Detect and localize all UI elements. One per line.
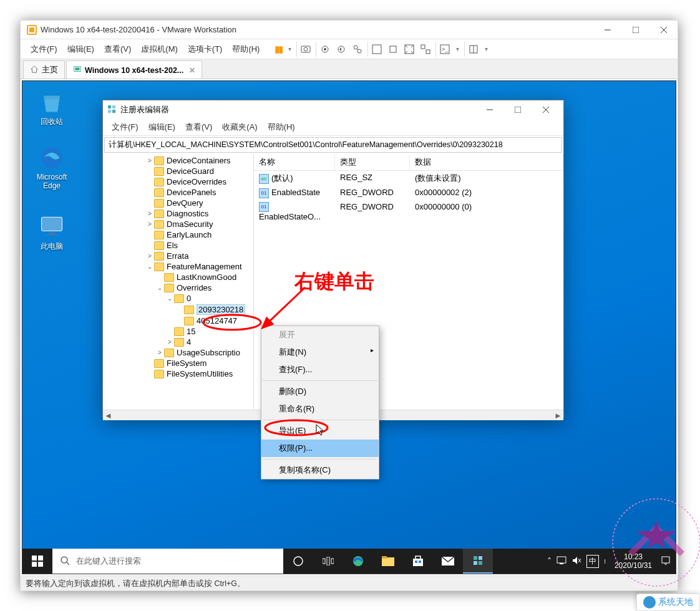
snapshot-revert-icon[interactable] [336, 44, 346, 54]
tab-close-icon[interactable]: ✕ [189, 66, 195, 75]
folder-icon [174, 338, 184, 347]
scroll-right-icon[interactable]: ► [553, 410, 563, 420]
list-row[interactable]: 01EnabledStateO... REG_DWORD 0x00000000 … [254, 200, 563, 224]
task-mail[interactable] [433, 549, 463, 574]
col-name[interactable]: 名称 [254, 154, 335, 170]
svg-rect-29 [112, 105, 115, 108]
svg-rect-27 [46, 234, 57, 235]
svg-rect-17 [421, 45, 425, 49]
desktop-icon-thispc[interactable]: 此电脑 [29, 212, 75, 252]
unity-icon[interactable] [420, 44, 430, 54]
folder-icon [154, 241, 164, 250]
re-menu-view[interactable]: 查看(V) [180, 120, 217, 134]
fit-stretch-icon[interactable] [372, 44, 382, 54]
tray-volume-icon[interactable] [571, 556, 581, 567]
regedit-maximize[interactable] [503, 100, 532, 119]
menu-vm[interactable]: 虚拟机(M) [136, 41, 183, 57]
task-store[interactable] [403, 549, 433, 574]
svg-rect-58 [474, 561, 477, 565]
menu-view[interactable]: 查看(V) [99, 41, 136, 57]
svg-rect-53 [415, 560, 417, 563]
folder-icon [154, 167, 164, 176]
svg-rect-41 [32, 562, 37, 567]
folder-icon [154, 262, 164, 271]
vmware-icon [27, 25, 37, 35]
regedit-titlebar[interactable]: 注册表编辑器 [103, 100, 563, 119]
regedit-close[interactable] [532, 100, 560, 119]
col-data[interactable]: 数据 [410, 154, 563, 170]
re-menu-edit[interactable]: 编辑(E) [143, 120, 180, 134]
svg-rect-52 [413, 559, 423, 566]
vm-viewport[interactable]: 回收站 Microsoft Edge 此电脑 注册表编辑器 文件(F) 编辑(E… [22, 80, 676, 574]
snapshot-icon[interactable] [301, 44, 311, 54]
svg-rect-59 [479, 561, 482, 565]
svg-rect-51 [382, 556, 387, 559]
svg-rect-48 [331, 559, 334, 564]
taskbar: 在此键入进行搜索 ˄ 中 ⁞ 10:23 2020/10/31 [22, 549, 676, 574]
task-cortana[interactable] [283, 549, 313, 574]
svg-line-44 [67, 562, 69, 565]
cm-find[interactable]: 查找(F)... [261, 361, 379, 378]
search-placeholder: 在此键入进行搜索 [76, 556, 141, 567]
context-menu: 展开 新建(N) 查找(F)... 删除(D) 重命名(R) 导出(E) 权限(… [261, 325, 379, 479]
cm-permissions[interactable]: 权限(P)... [261, 440, 379, 457]
task-taskview[interactable] [313, 549, 343, 574]
folder-icon [154, 199, 164, 208]
menu-tabs[interactable]: 选项卡(T) [183, 41, 228, 57]
cm-rename[interactable]: 重命名(R) [261, 400, 379, 418]
window-icon[interactable] [469, 44, 479, 54]
regedit-minimize[interactable] [475, 100, 503, 119]
task-edge[interactable] [343, 549, 373, 574]
snapshot-manager-icon[interactable] [352, 44, 362, 54]
menu-file[interactable]: 文件(F) [26, 41, 62, 57]
menu-edit[interactable]: 编辑(E) [62, 41, 99, 57]
menu-help[interactable]: 帮助(H) [227, 41, 265, 57]
svg-rect-30 [108, 110, 111, 113]
folder-icon [174, 294, 184, 303]
cm-new[interactable]: 新建(N) [261, 344, 379, 361]
vmware-close-button[interactable] [649, 21, 678, 39]
fullscreen-icon[interactable] [404, 44, 414, 54]
list-row[interactable]: 01EnabledState REG_DWORD 0x00000002 (2) [254, 186, 563, 200]
pause-icon[interactable]: ▮▮ [275, 44, 282, 55]
desktop-icon-edge[interactable]: Microsoft Edge [29, 143, 75, 190]
scroll-left-icon[interactable]: ◄ [103, 410, 114, 420]
vmware-minimize-button[interactable] [593, 21, 621, 39]
col-type[interactable]: 类型 [335, 154, 410, 170]
start-button[interactable] [22, 549, 52, 574]
task-explorer[interactable] [373, 549, 403, 574]
console-icon[interactable]: >_ [440, 44, 450, 54]
svg-rect-23 [75, 67, 80, 70]
desktop-icon-recycle[interactable]: 回收站 [29, 87, 75, 127]
snapshot-take-icon[interactable] [320, 44, 330, 54]
tray-up-icon[interactable]: ˄ [547, 556, 552, 566]
site-badge[interactable]: 系统天地 [636, 594, 700, 611]
tray-ime[interactable]: 中 [586, 555, 599, 568]
regedit-addressbar[interactable]: 计算机\HKEY_LOCAL_MACHINE\SYSTEM\ControlSet… [104, 137, 562, 153]
re-menu-help[interactable]: 帮助(H) [263, 120, 300, 134]
task-regedit[interactable] [463, 549, 493, 574]
regedit-tree[interactable]: >DeviceContainers DeviceGuard DeviceOver… [103, 154, 254, 410]
vmware-menubar: 文件(F) 编辑(E) 查看(V) 虚拟机(M) 选项卡(T) 帮助(H) ▮▮… [21, 39, 678, 59]
recycle-bin-icon [38, 87, 66, 115]
list-row[interactable]: ab(默认) REG_SZ (数值未设置) [254, 171, 563, 186]
dword-value-icon: 01 [259, 202, 269, 212]
svg-rect-31 [112, 110, 115, 113]
tray-network-icon[interactable] [557, 556, 566, 567]
search-icon [60, 556, 70, 567]
fit-guest-icon[interactable] [388, 44, 398, 54]
svg-rect-1 [29, 27, 34, 32]
search-box[interactable]: 在此键入进行搜索 [52, 549, 283, 574]
re-menu-fav[interactable]: 收藏夹(A) [217, 120, 262, 134]
site-badge-text: 系统天地 [658, 597, 693, 608]
svg-rect-39 [32, 556, 37, 560]
tab-home-label: 主页 [42, 65, 58, 75]
vmware-maximize-button[interactable] [621, 21, 649, 39]
tab-home[interactable]: 主页 [23, 60, 65, 79]
re-menu-file[interactable]: 文件(F) [107, 120, 143, 134]
home-icon [30, 65, 39, 75]
cm-copykeyname[interactable]: 复制项名称(C) [261, 461, 379, 479]
tab-vm[interactable]: Windows 10 x64-test-202... ✕ [66, 60, 202, 79]
tab-vm-label: Windows 10 x64-test-202... [85, 66, 183, 75]
cm-delete[interactable]: 删除(D) [261, 383, 379, 400]
